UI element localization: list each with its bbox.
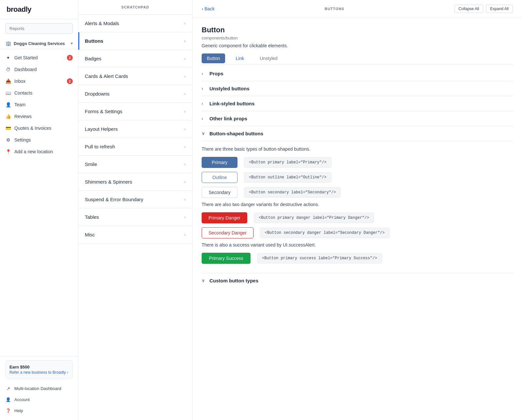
org-name: Doggo Cleaning Services	[14, 41, 68, 46]
outline-button-row: Outline <Button outline label="Outline"/…	[202, 172, 513, 183]
scratchpad-item-buttons[interactable]: Buttons ›	[78, 32, 192, 50]
sidebar-item-settings[interactable]: ⚙ Settings	[0, 134, 78, 146]
section-unstyled-buttons[interactable]: › Unstyled buttons	[202, 81, 513, 96]
danger-description: There are also two danger variants for d…	[202, 202, 513, 207]
scratchpad-item-label: Pull to refresh	[85, 144, 115, 149]
footer-item-label: Help	[14, 408, 23, 413]
scratchpad-item-cards[interactable]: Cards & Alert Cards ›	[78, 68, 192, 85]
org-icon: 🏢	[5, 40, 11, 46]
scratchpad-item-smile[interactable]: Smile ›	[78, 156, 192, 173]
sidebar-item-label: Team	[14, 102, 25, 107]
primary-button-row: Primary <Button primary label="Primary"/…	[202, 157, 513, 168]
back-button[interactable]: ‹ Back	[202, 6, 215, 11]
sidebar-item-dashboard[interactable]: ⏱ Dashboard	[0, 64, 78, 75]
footer-item-label: Multi-location Dashboard	[14, 386, 61, 391]
logo-area: broadly	[0, 0, 78, 19]
primary-danger-button[interactable]: Primary Danger	[202, 212, 247, 223]
sidebar-item-reviews[interactable]: 👍 Reviews	[0, 111, 78, 122]
earn-link[interactable]: Refer a new business to Broadly ›	[9, 370, 68, 375]
right-panel: ‹ Back BUTTONS Collapse All Expand All B…	[192, 0, 522, 420]
main-nav: ✦ Get Started 2 ⏱ Dashboard 📥 Inbox 2 📖 …	[0, 51, 78, 356]
footer-item-label: Account	[14, 397, 30, 402]
divider	[202, 65, 513, 65]
primary-success-button[interactable]: Primary Success	[202, 253, 251, 264]
sidebar-item-quotes[interactable]: 💳 Quotes & Invoices	[0, 122, 78, 134]
scratchpad-item-badges[interactable]: Badges ›	[78, 50, 192, 68]
sidebar-item-label: Settings	[14, 137, 31, 142]
chevron-right-icon: ›	[184, 232, 186, 237]
tab-button-link[interactable]: Link	[230, 53, 249, 63]
chevron-right-icon: ›	[184, 215, 186, 219]
footer-item-help[interactable]: ❓ Help	[5, 405, 73, 416]
sidebar-item-get-started[interactable]: ✦ Get Started 2	[0, 52, 78, 64]
tab-button-button[interactable]: Button	[202, 53, 225, 63]
footer-item-multi-dashboard[interactable]: ↗ Multi-location Dashboard	[5, 383, 73, 394]
earn-title: Earn $500	[9, 365, 69, 369]
inbox-icon: 📥	[5, 78, 11, 84]
sparkle-icon: ✦	[5, 55, 11, 61]
section-label: Props	[209, 71, 223, 76]
collapse-all-button[interactable]: Collapse All	[454, 5, 484, 13]
account-person-icon: 👤	[5, 397, 11, 402]
chevron-right-icon: ›	[184, 144, 186, 149]
sidebar-item-contacts[interactable]: 📖 Contacts	[0, 87, 78, 99]
chevron-right-icon: ›	[184, 38, 186, 43]
scratchpad-item-forms[interactable]: Forms & Settings ›	[78, 103, 192, 120]
outline-button[interactable]: Outline	[202, 172, 238, 183]
footer-item-account[interactable]: 👤 Account	[5, 394, 73, 405]
location-icon: 📍	[5, 149, 11, 155]
success-description: There is also a success variant used by …	[202, 242, 513, 248]
scratchpad-header: SCRATCHPAD	[78, 0, 192, 15]
secondary-button[interactable]: Secondary	[202, 187, 238, 198]
org-selector[interactable]: 🏢 Doggo Cleaning Services ▾	[0, 38, 78, 49]
scratchpad-panel: SCRATCHPAD Alerts & Modals › Buttons › B…	[78, 0, 192, 420]
scratchpad-item-alerts[interactable]: Alerts & Modals ›	[78, 15, 192, 32]
search-input[interactable]	[5, 23, 73, 34]
secondary-danger-button[interactable]: Secondary Danger	[202, 227, 253, 238]
sidebar-item-add-location[interactable]: 📍 Add a new location	[0, 146, 78, 158]
scratchpad-item-tables[interactable]: Tables ›	[78, 208, 192, 226]
chevron-right-icon: ›	[184, 109, 186, 114]
sidebar-item-inbox[interactable]: 📥 Inbox 2	[0, 75, 78, 87]
expand-all-button[interactable]: Expand All	[486, 5, 513, 13]
section-custom-button-types[interactable]: ∨ Custom button types	[202, 273, 513, 283]
chevron-right-icon: ›	[202, 101, 207, 106]
section-link-styled-buttons[interactable]: › Link-styled buttons	[202, 96, 513, 111]
scratchpad-item-label: Buttons	[85, 38, 103, 44]
scratchpad-item-layout-helpers[interactable]: Layout Helpers ›	[78, 120, 192, 138]
earn-box: Earn $500 Refer a new business to Broadl…	[5, 360, 73, 379]
section-props[interactable]: › Props	[202, 66, 513, 81]
section-label: Custom button types	[209, 278, 258, 283]
scratchpad-item-shimmers[interactable]: Shimmers & Spinners ›	[78, 173, 192, 191]
scratchpad-item-label: Smile	[85, 161, 97, 167]
chevron-down-icon: ∨	[202, 131, 207, 136]
scratchpad-item-label: Dropdowns	[85, 91, 110, 97]
panel-title: BUTTONS	[220, 7, 449, 11]
tab-button-unstyled[interactable]: Unstyled	[254, 53, 283, 63]
scratchpad-item-label: Forms & Settings	[85, 109, 122, 114]
outline-code: <Button outline label="Outline"/>	[244, 172, 331, 183]
chevron-right-icon: ›	[202, 116, 207, 121]
scratchpad-item-label: Layout Helpers	[85, 126, 118, 132]
back-chevron-icon: ‹	[202, 6, 203, 11]
scratchpad-item-dropdowns[interactable]: Dropdowns ›	[78, 85, 192, 103]
chevron-right-icon: ›	[184, 91, 186, 96]
chevron-right-icon: ›	[184, 162, 186, 167]
external-icon: ↗	[5, 385, 11, 391]
section-other-link-props[interactable]: › Other link props	[202, 111, 513, 126]
right-panel-header: ‹ Back BUTTONS Collapse All Expand All	[192, 0, 522, 18]
primary-button[interactable]: Primary	[202, 157, 238, 168]
section-button-shaped[interactable]: ∨ Button-shaped buttons	[202, 126, 513, 141]
sidebar-item-team[interactable]: 👤 Team	[0, 99, 78, 111]
scratchpad-item-suspend[interactable]: Suspend & Error Boundary ›	[78, 191, 192, 208]
clock-icon: ⏱	[5, 67, 11, 72]
chevron-right-icon: ›	[184, 179, 186, 184]
scratchpad-item-label: Shimmers & Spinners	[85, 179, 132, 185]
scratchpad-item-misc[interactable]: Misc ›	[78, 226, 192, 244]
chevron-right-icon: ›	[202, 71, 207, 76]
back-label: Back	[205, 6, 215, 11]
sidebar-item-label: Dashboard	[14, 67, 37, 72]
scratchpad-item-pull-refresh[interactable]: Pull to refresh ›	[78, 138, 192, 156]
scratchpad-item-label: Suspend & Error Boundary	[85, 197, 143, 202]
search-area[interactable]	[0, 19, 78, 38]
